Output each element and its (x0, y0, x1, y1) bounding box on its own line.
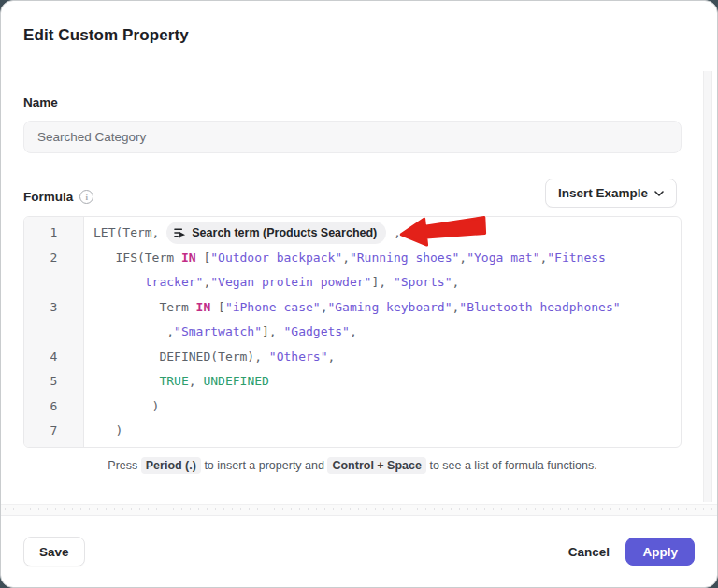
save-button[interactable]: Save (23, 537, 85, 566)
insert-example-button[interactable]: Insert Example (545, 179, 677, 208)
formula-label-row: Formula i (23, 190, 93, 204)
code-line: Term IN ["iPhone case","Gaming keyboard"… (93, 295, 681, 321)
code-token: LET(Term, (93, 221, 166, 246)
code-token: , (203, 270, 210, 295)
code-token: "Outdoor backpack" (210, 246, 342, 271)
code-token (93, 369, 159, 394)
code-token: , (342, 246, 350, 271)
insert-example-label: Insert Example (558, 186, 648, 200)
hint-suffix: to see a list of formula functions. (426, 459, 597, 472)
code-line: tracker","Vegan protein powder"], "Sport… (93, 270, 681, 295)
code-line: TRUE, UNDEFINED (93, 369, 681, 394)
kbd-period: Period (.) (141, 457, 201, 474)
code-token: [ (196, 246, 211, 271)
code-token: DEFINED(Term), (93, 345, 269, 370)
line-number: 5 (24, 369, 83, 394)
info-icon[interactable]: i (79, 190, 93, 204)
code-token: "Gaming keyboard" (327, 295, 452, 321)
code-token: ) (93, 419, 122, 444)
line-number: 2 (24, 246, 83, 271)
code-token: IN (196, 295, 211, 321)
formula-hint: Press Period (.) to insert a property an… (23, 459, 682, 472)
code-token: , (452, 295, 460, 321)
code-line: ) (93, 394, 681, 420)
code-line: LET(Term, Search term (Products Searched… (93, 221, 681, 246)
formula-editor[interactable]: 1234567 LET(Term, Search term (Products … (23, 216, 682, 448)
line-number-empty (24, 270, 83, 295)
edit-custom-property-modal: Edit Custom Property Name Formula i Inse… (0, 0, 718, 588)
chevron-down-icon (654, 191, 664, 196)
code-token: TRUE (159, 369, 188, 394)
apply-button[interactable]: Apply (625, 538, 695, 566)
line-number: 3 (24, 295, 83, 321)
property-chip-label: Search term (Products Searched) (192, 221, 377, 246)
footer-divider-band (1, 504, 718, 516)
code-token: "Vegan protein powder" (210, 270, 371, 295)
code-line: ,"Smartwatch"], "Gadgets", (93, 320, 681, 345)
code-token: "Smartwatch" (174, 320, 262, 345)
line-number: 1 (24, 221, 83, 246)
code-token: , (386, 221, 401, 246)
code-token: "Others" (269, 345, 328, 370)
code-token: "Fitness (547, 246, 606, 271)
code-token: tracker" (93, 270, 203, 295)
name-input[interactable] (23, 121, 682, 153)
code-token: "Gadgets" (284, 320, 350, 345)
code-token: UNDEFINED (203, 369, 268, 394)
hint-prefix: Press (108, 459, 140, 472)
line-number: 7 (24, 419, 83, 444)
code-line: IFS(Term IN ["Outdoor backpack","Running… (93, 246, 681, 271)
hint-middle: to insert a property and (201, 459, 328, 472)
code-token: Term (93, 295, 196, 321)
modal-title: Edit Custom Property (23, 26, 189, 45)
code-token: , (93, 320, 174, 345)
code-token: , (189, 369, 204, 394)
code-token: IN (181, 246, 196, 271)
line-number-empty (24, 320, 83, 345)
line-number: 4 (24, 345, 83, 370)
line-number: 6 (24, 394, 83, 420)
code-token: "Bluetooth headphones" (459, 295, 620, 321)
code-token: , (539, 246, 547, 271)
code-token: , (459, 246, 467, 271)
code-token: , (327, 345, 335, 370)
name-label: Name (23, 95, 58, 109)
kbd-control-space: Control + Space (327, 457, 426, 474)
formula-code-area[interactable]: LET(Term, Search term (Products Searched… (84, 217, 681, 447)
code-token: ], (371, 270, 393, 295)
code-token: [ (210, 295, 225, 321)
code-token: , (321, 295, 328, 321)
code-token: "Yoga mat" (467, 246, 539, 271)
code-token: ], (262, 320, 283, 345)
cancel-button[interactable]: Cancel (559, 538, 619, 566)
property-chip[interactable]: Search term (Products Searched) (166, 222, 386, 244)
code-token: IFS(Term (93, 246, 181, 271)
code-token: "Running shoes" (350, 246, 459, 271)
code-token: "Sports" (394, 270, 452, 295)
code-line: ) (93, 419, 681, 444)
line-number-gutter: 1234567 (24, 217, 84, 447)
code-line: DEFINED(Term), "Others", (93, 345, 681, 370)
scrollbar-track[interactable] (703, 71, 712, 502)
code-token: ) (93, 394, 159, 420)
code-token: , (452, 270, 460, 295)
code-token: , (350, 320, 357, 345)
code-token: "iPhone case" (225, 295, 321, 321)
list-cursor-icon (174, 227, 186, 239)
formula-label: Formula (23, 190, 73, 204)
